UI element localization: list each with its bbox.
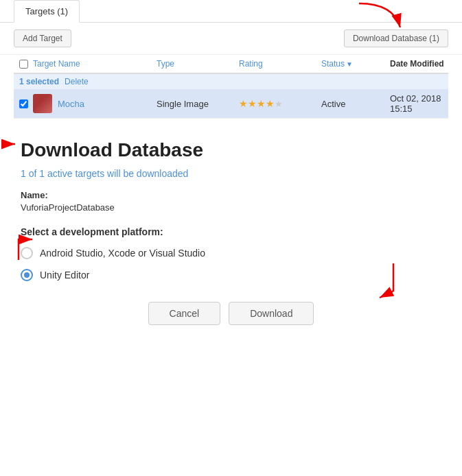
tab-bar: Targets (1) xyxy=(0,0,462,23)
tab-label: Targets (1) xyxy=(25,6,68,16)
add-target-button[interactable]: Add Target xyxy=(14,29,71,47)
download-database-button[interactable]: Download Database (1) xyxy=(344,29,448,47)
cancel-button[interactable]: Cancel xyxy=(148,302,221,325)
target-rating: ★★★★★ xyxy=(239,98,321,109)
row-checkbox-cell xyxy=(14,99,33,108)
thumb-image xyxy=(33,94,52,113)
dialog-subtitle: 1 of 1 active targets will be downloaded xyxy=(21,168,441,179)
download-button[interactable]: Download xyxy=(229,302,314,325)
stars-filled: ★★★★ xyxy=(239,98,275,109)
toolbar: Add Target Download Database (1) xyxy=(0,23,462,55)
selected-info-bar: 1 selected Delete xyxy=(14,74,448,89)
header-rating: Rating xyxy=(239,59,321,69)
header-checkbox-cell xyxy=(14,60,33,69)
radio-unity[interactable] xyxy=(21,269,33,281)
header-target-name: Target Name xyxy=(33,59,157,69)
dialog-name-label: Name: xyxy=(21,190,441,200)
dialog-title: Download Database xyxy=(21,139,441,161)
delete-selected-link[interactable]: Delete xyxy=(65,77,89,86)
row-checkbox[interactable] xyxy=(19,99,28,108)
selected-count: 1 selected xyxy=(19,77,59,86)
target-name-cell: Mocha xyxy=(33,94,157,113)
select-all-checkbox[interactable] xyxy=(19,60,28,69)
stars-empty: ★ xyxy=(275,99,283,109)
target-status: Active xyxy=(321,99,390,109)
header-date-modified: Date Modified xyxy=(390,59,448,69)
platform-option-android[interactable]: Android Studio, Xcode or Visual Studio xyxy=(21,247,441,259)
dialog-buttons: Cancel Download xyxy=(21,302,441,325)
header-type: Type xyxy=(157,59,239,69)
table-row: Mocha Single Image ★★★★★ Active Oct 02, … xyxy=(14,89,448,119)
targets-table: Target Name Type Rating Status ▼ Date Mo… xyxy=(0,55,462,119)
dialog-name-value: VuforiaProjectDatabase xyxy=(21,202,441,213)
download-dialog: Download Database 1 of 1 active targets … xyxy=(0,119,462,346)
target-date-modified: Oct 02, 2018 15:15 xyxy=(390,93,448,114)
sort-icon: ▼ xyxy=(346,60,353,68)
table-header: Target Name Type Rating Status ▼ Date Mo… xyxy=(14,55,448,74)
target-name[interactable]: Mocha xyxy=(58,99,84,109)
targets-tab[interactable]: Targets (1) xyxy=(14,0,80,23)
radio-android[interactable] xyxy=(21,247,33,259)
arrow-download-button xyxy=(359,260,400,308)
header-status[interactable]: Status ▼ xyxy=(321,59,390,69)
target-type: Single Image xyxy=(157,99,239,109)
platform-android-label: Android Studio, Xcode or Visual Studio xyxy=(40,248,205,259)
platform-option-unity[interactable]: Unity Editor xyxy=(21,269,441,281)
target-thumbnail xyxy=(33,94,52,113)
platform-select-label: Select a development platform: xyxy=(21,226,441,237)
platform-unity-label: Unity Editor xyxy=(40,270,89,281)
